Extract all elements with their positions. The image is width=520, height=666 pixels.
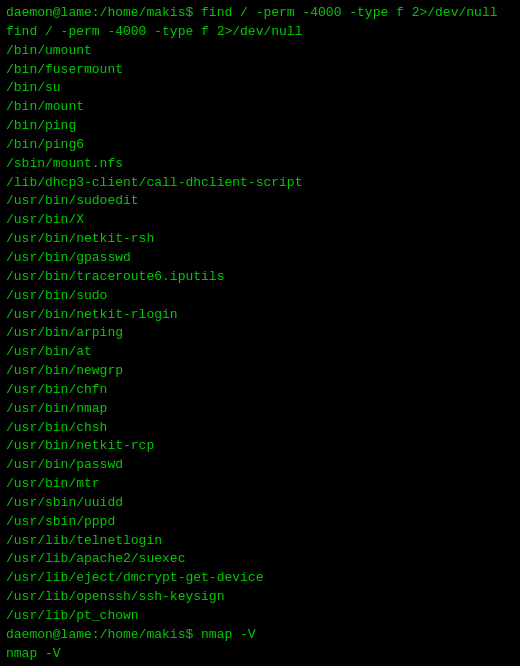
line-ping: /bin/ping [6,117,514,136]
line-newgrp: /usr/bin/newgrp [6,362,514,381]
line-gpasswd: /usr/bin/gpasswd [6,249,514,268]
line-find-command: daemon@lame:/home/makis$ find / -perm -4… [6,4,514,23]
line-pt-chown: /usr/lib/pt_chown [6,607,514,626]
line-arping: /usr/bin/arping [6,324,514,343]
line-umount: /bin/umount [6,42,514,61]
line-find-echo: find / -perm -4000 -type f 2>/dev/null [6,23,514,42]
line-uuidd: /usr/sbin/uuidd [6,494,514,513]
terminal-window: daemon@lame:/home/makis$ find / -perm -4… [0,0,520,666]
line-chfn: /usr/bin/chfn [6,381,514,400]
line-dmcrypt: /usr/lib/eject/dmcrypt-get-device [6,569,514,588]
line-passwd: /usr/bin/passwd [6,456,514,475]
line-netkit-rcp: /usr/bin/netkit-rcp [6,437,514,456]
line-telnetlogin: /usr/lib/telnetlogin [6,532,514,551]
line-dhclient: /lib/dhcp3-client/call-dhclient-script [6,174,514,193]
line-ssh-keysign: /usr/lib/openssh/ssh-keysign [6,588,514,607]
line-at: /usr/bin/at [6,343,514,362]
line-su: /bin/su [6,79,514,98]
line-nmap: /usr/bin/nmap [6,400,514,419]
prompt-1: daemon@lame:/home/makis$ find / -perm -4… [6,5,497,20]
line-nmap-echo: nmap -V [6,645,514,664]
line-ping6: /bin/ping6 [6,136,514,155]
line-mount: /bin/mount [6,98,514,117]
line-fusermount: /bin/fusermount [6,61,514,80]
line-X: /usr/bin/X [6,211,514,230]
line-pppd: /usr/sbin/pppd [6,513,514,532]
line-mtr: /usr/bin/mtr [6,475,514,494]
line-suexec: /usr/lib/apache2/suexec [6,550,514,569]
line-sudoedit: /usr/bin/sudoedit [6,192,514,211]
line-mount-nfs: /sbin/mount.nfs [6,155,514,174]
line-chsh: /usr/bin/chsh [6,419,514,438]
prompt-2: daemon@lame:/home/makis$ nmap -V [6,627,256,642]
line-netkit-rlogin: /usr/bin/netkit-rlogin [6,306,514,325]
line-nmap-command: daemon@lame:/home/makis$ nmap -V [6,626,514,645]
line-traceroute6: /usr/bin/traceroute6.iputils [6,268,514,287]
line-sudo: /usr/bin/sudo [6,287,514,306]
line-netkit-rsh: /usr/bin/netkit-rsh [6,230,514,249]
output-find-echo: find / -perm -4000 -type f 2>/dev/null [6,24,302,39]
